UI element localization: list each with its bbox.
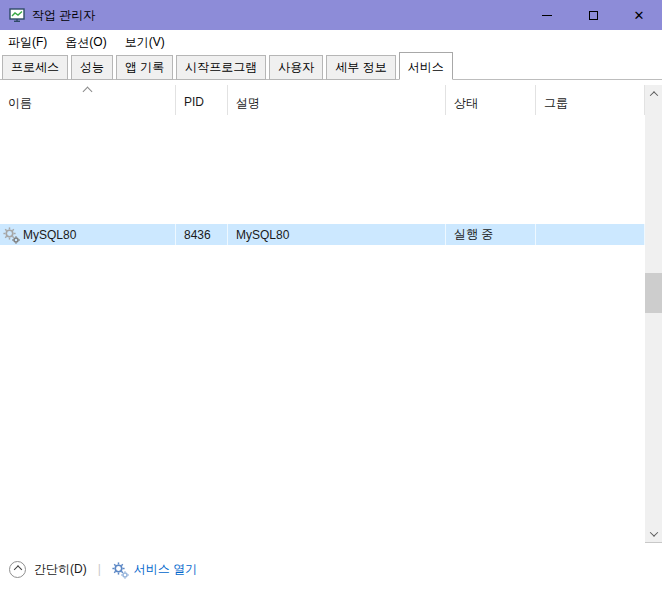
tab-processes[interactable]: 프로세스 — [2, 55, 68, 80]
tab-users[interactable]: 사용자 — [269, 55, 323, 80]
titlebar[interactable]: 작업 관리자 ✕ — [0, 0, 662, 30]
services-table: 이름 PID 설명 상태 그룹 — [0, 85, 662, 543]
chevron-down-icon — [649, 528, 657, 536]
window-controls: ✕ — [524, 0, 662, 30]
tab-startup[interactable]: 시작프로그램 — [176, 55, 266, 80]
close-button[interactable]: ✕ — [616, 0, 662, 30]
menubar: 파일(F) 옵션(O) 보기(V) — [0, 30, 662, 54]
open-services-label: 서비스 열기 — [134, 561, 197, 578]
cell-pid: 8436 — [176, 224, 228, 245]
fewer-details-label: 간단히(D) — [34, 561, 87, 578]
close-icon: ✕ — [634, 9, 645, 22]
table-header: 이름 PID 설명 상태 그룹 — [0, 85, 645, 115]
cell-description: MySQL80 — [228, 224, 446, 245]
tab-details[interactable]: 세부 정보 — [326, 55, 395, 80]
footer-bar: 간단히(D) | — [0, 550, 662, 588]
column-header-pid[interactable]: PID — [176, 85, 228, 115]
footer-divider: | — [98, 562, 101, 576]
cell-status: 실행 중 — [446, 224, 536, 245]
minimize-icon — [542, 15, 552, 16]
chevron-up-icon — [649, 91, 657, 99]
service-name: MySQL80 — [23, 228, 76, 242]
tab-services[interactable]: 서비스 — [399, 52, 453, 80]
cell-group — [536, 224, 645, 245]
window-title: 작업 관리자 — [32, 7, 95, 24]
scrollbar-thumb[interactable] — [645, 273, 662, 313]
menu-view[interactable]: 보기(V) — [125, 34, 165, 51]
task-manager-icon — [9, 7, 25, 23]
maximize-button[interactable] — [570, 0, 616, 30]
maximize-icon — [589, 11, 598, 20]
vertical-scrollbar[interactable] — [645, 85, 662, 543]
chevron-up-circle-icon — [9, 561, 26, 578]
tabstrip: 프로세스 성능 앱 기록 시작프로그램 사용자 세부 정보 서비스 — [0, 54, 662, 80]
tab-app-history[interactable]: 앱 기록 — [116, 55, 173, 80]
services-gear-icon — [112, 562, 128, 577]
column-header-status[interactable]: 상태 — [446, 85, 536, 115]
column-header-description[interactable]: 설명 — [228, 85, 446, 115]
menu-file[interactable]: 파일(F) — [8, 34, 47, 51]
chevron-up-icon — [13, 565, 21, 573]
cell-name: MySQL80 — [0, 224, 176, 245]
services-gear-icon — [3, 227, 19, 242]
menu-options[interactable]: 옵션(O) — [65, 34, 106, 51]
column-header-group[interactable]: 그룹 — [536, 85, 645, 115]
scroll-down-button[interactable] — [645, 525, 662, 542]
scroll-up-button[interactable] — [645, 85, 662, 102]
table-body: MySQL80 8436 MySQL80 실행 중 — [0, 115, 645, 543]
minimize-button[interactable] — [524, 0, 570, 30]
fewer-details-toggle[interactable]: 간단히(D) — [9, 561, 87, 578]
open-services-link[interactable]: 서비스 열기 — [112, 561, 197, 578]
tab-performance[interactable]: 성능 — [71, 55, 113, 80]
table-row-mysql80[interactable]: MySQL80 8436 MySQL80 실행 중 — [0, 224, 645, 245]
